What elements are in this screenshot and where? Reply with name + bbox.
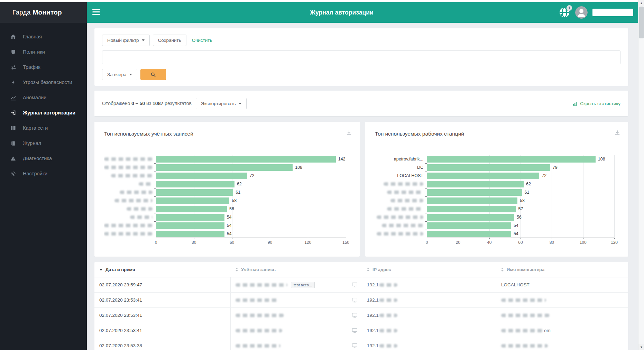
chevron-down-icon xyxy=(239,103,241,106)
scroll-up-arrow-icon[interactable]: ▲ xyxy=(638,0,644,6)
table-row[interactable]: 02.07.2020 23:59:47test acco...192.1LOCA… xyxy=(94,277,628,293)
x-tick-label: 40 xyxy=(487,240,491,245)
chart-category-label xyxy=(375,180,427,188)
vertical-scrollbar[interactable]: ▲ ▼ xyxy=(638,0,644,350)
cell-account xyxy=(230,308,362,323)
x-tick-label: 80 xyxy=(550,240,554,245)
search-icon xyxy=(150,72,156,77)
filter-query-input[interactable] xyxy=(102,50,620,64)
scroll-down-arrow-icon[interactable]: ▼ xyxy=(638,344,644,350)
chart-bar-row: 108 xyxy=(156,163,346,172)
monitor-icon[interactable] xyxy=(352,328,358,333)
cell-datetime: 02.07.2020 23:53:41 xyxy=(94,293,230,307)
cell-datetime: 02.07.2020 23:53:41 xyxy=(94,323,230,338)
chart-category-label xyxy=(104,163,156,172)
redacted-account xyxy=(236,298,279,302)
sidebar-item-journal[interactable]: Журнал xyxy=(0,136,87,151)
sidebar-item-anomalies[interactable]: Аномалии xyxy=(0,90,87,105)
app-logo[interactable]: Гарда Монитор xyxy=(0,2,87,23)
sidebar-item-policies[interactable]: Политики xyxy=(0,44,87,59)
sidebar-item-diagnostics[interactable]: Диагностика xyxy=(0,151,87,166)
sidebar-menu: ГлавнаяПолитикиТрафикУгрозы безопасности… xyxy=(0,23,87,181)
bar xyxy=(156,222,224,229)
brand-bold: Монитор xyxy=(33,9,62,16)
bar-value-label: 62 xyxy=(526,182,531,186)
redacted-computer xyxy=(501,329,543,332)
chart-bar-row: 56 xyxy=(427,213,614,221)
cell-computer xyxy=(496,338,628,350)
bar xyxy=(156,189,233,196)
cell-computer: LOCALHOST xyxy=(496,277,628,292)
chart-category-labels xyxy=(104,155,156,238)
scrollbar-thumb[interactable] xyxy=(639,7,644,38)
bar xyxy=(156,206,227,212)
hide-statistics-link[interactable]: Скрыть статистику xyxy=(572,101,620,106)
column-header-3[interactable]: IP адрес xyxy=(362,262,496,277)
filter-preset-dropdown[interactable]: Новый фильтр xyxy=(102,35,150,46)
bar xyxy=(156,164,293,171)
save-filter-button[interactable]: Сохранить xyxy=(153,35,186,46)
export-dropdown[interactable]: Экспортировать xyxy=(196,98,247,109)
table-row[interactable]: 02.07.2020 23:53:41192.1 xyxy=(94,293,628,308)
monitor-icon[interactable] xyxy=(352,297,358,303)
chart-category-label xyxy=(104,188,156,196)
column-header-2[interactable]: Учётная запись xyxy=(230,262,362,277)
sidebar-item-network-map[interactable]: Карта сети xyxy=(0,120,87,136)
column-header-1[interactable]: Дата и время xyxy=(94,262,230,277)
bar-value-label: 62 xyxy=(237,182,242,186)
chart-bar-row: 58 xyxy=(427,196,614,205)
x-tick-label: 60 xyxy=(518,240,523,245)
cell-ip: 192.1 xyxy=(362,308,496,323)
monitor-icon[interactable] xyxy=(352,282,358,288)
monitor-icon[interactable] xyxy=(352,343,358,349)
chart-category-label xyxy=(104,196,156,205)
x-tick-label: 30 xyxy=(192,240,196,245)
chart-category-label xyxy=(375,188,427,196)
table-row[interactable]: 02.07.2020 23:53:41192.1om xyxy=(94,323,628,338)
table-row[interactable]: 02.07.2020 23:53:38192.1 xyxy=(94,338,628,350)
download-icon[interactable] xyxy=(614,129,621,137)
globe-notifications-icon[interactable]: 1 xyxy=(559,7,570,18)
download-icon[interactable] xyxy=(345,129,353,137)
redacted-label xyxy=(104,157,153,161)
redacted-account xyxy=(236,329,282,332)
sidebar-item-settings[interactable]: Настройки xyxy=(0,166,87,181)
chart-title-accounts: Топ используемых учётных записей xyxy=(104,131,193,137)
sidebar-item-auth-log[interactable]: Журнал авторизации xyxy=(0,105,87,120)
bar-value-label: 108 xyxy=(295,165,302,170)
user-avatar[interactable] xyxy=(575,6,588,19)
redacted-account xyxy=(236,344,280,348)
sidebar-item-home[interactable]: Главная xyxy=(0,29,87,44)
table-row[interactable]: 02.07.2020 23:53:41192.1 xyxy=(94,308,628,323)
column-header-label: Учётная запись xyxy=(241,267,276,272)
cell-computer: om xyxy=(496,323,628,338)
sidebar-item-label: Угрозы безопасности xyxy=(23,80,72,85)
clear-filter-link[interactable]: Очистить xyxy=(192,38,212,43)
sidebar-item-threats[interactable]: Угрозы безопасности xyxy=(0,75,87,90)
cell-ip: 192.1 xyxy=(362,277,496,292)
column-header-4[interactable]: Имя компьютера xyxy=(496,262,628,277)
period-dropdown[interactable]: За вчера xyxy=(102,69,137,80)
table-body: 02.07.2020 23:59:47test acco...192.1LOCA… xyxy=(94,277,628,350)
x-tick-label: 90 xyxy=(268,240,272,245)
chart-bar-row: 54 xyxy=(156,213,346,221)
username-redacted-box[interactable] xyxy=(592,9,633,16)
redacted-label xyxy=(104,166,153,169)
redacted-label xyxy=(104,224,153,227)
chart-category-label xyxy=(104,155,156,163)
sidebar: Гарда Монитор ГлавнаяПолитикиТрафикУгроз… xyxy=(0,2,87,350)
hamburger-menu-icon[interactable] xyxy=(92,9,101,16)
bar xyxy=(156,181,234,187)
search-button[interactable] xyxy=(140,69,166,80)
bar xyxy=(427,181,524,187)
computer-visible-tail: om xyxy=(544,328,551,333)
sidebar-item-traffic[interactable]: Трафик xyxy=(0,59,87,75)
chart-bar-row: 54 xyxy=(156,221,346,230)
results-bar: Отображено 0 – 50 из 1087 результатов Эк… xyxy=(94,91,628,116)
chart-category-label xyxy=(104,213,156,221)
monitor-icon[interactable] xyxy=(352,312,358,318)
bar xyxy=(427,206,516,212)
chart-card-accounts: Топ используемых учётных записей 1421087… xyxy=(94,122,360,257)
sign-in-icon xyxy=(10,110,17,116)
chart-category-labels: apetrov.fabrik...DCLOCALHOST xyxy=(375,155,427,238)
